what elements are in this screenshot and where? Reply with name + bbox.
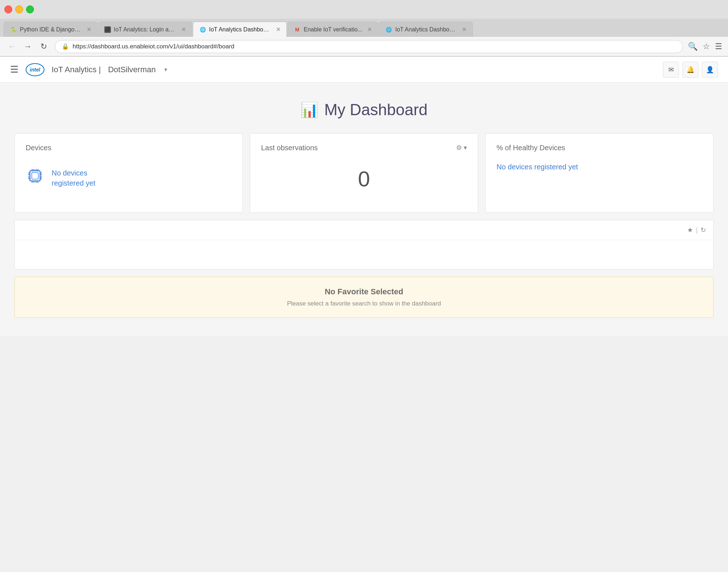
widget-header-icons[interactable]: ★ | ↻ — [687, 226, 706, 234]
last-observations-widget: Last observations ⚙ ▾ 0 — [250, 133, 478, 213]
user-profile-button[interactable]: 👤 — [702, 62, 718, 78]
wide-widget-header: ★ | ↻ — [15, 220, 713, 240]
tab-favicon-3: 🌐 — [199, 26, 206, 33]
tab-close-2[interactable]: ✕ — [181, 26, 186, 33]
devices-content: No devicesregistered yet — [26, 159, 231, 196]
devices-widget-title: Devices — [26, 144, 231, 152]
favorite-subtitle: Please select a favorite search to show … — [22, 300, 706, 307]
wide-widget-body — [15, 240, 713, 269]
bell-icon: 🔔 — [686, 66, 694, 74]
tab-label-5: IoT Analytics Dashboa... — [395, 26, 457, 33]
intel-logo-text: intel — [30, 67, 40, 73]
svg-rect-0 — [30, 171, 40, 181]
tab-iot-dashboard-1[interactable]: 🌐 IoT Analytics Dashboa... ✕ — [193, 22, 287, 37]
lock-icon: 🔒 — [62, 43, 69, 50]
dashboard-title-text: My Dashboard — [324, 101, 428, 119]
separator: | — [696, 226, 698, 234]
header-actions: ✉ 🔔 👤 — [663, 62, 718, 78]
tab-close-1[interactable]: ✕ — [87, 26, 91, 33]
tab-favicon-1: 🐍 — [10, 26, 17, 33]
tab-favicon-4: M — [294, 26, 301, 33]
intel-logo: intel — [26, 63, 44, 76]
healthy-devices-content: No devices registered yet — [497, 159, 702, 175]
address-text: https://dashboard.us.enableiot.com/v1/ui… — [73, 43, 234, 50]
tab-gmail[interactable]: M Enable IoT verificatio... ✕ — [287, 22, 378, 37]
tabs-bar: 🐍 Python IDE & Django I... ✕ ⬛ IoT Analy… — [0, 19, 728, 37]
app-title: IoT Analytics | — [52, 65, 101, 74]
hamburger-menu[interactable]: ☰ — [10, 64, 18, 75]
healthy-devices-link[interactable]: No devices registered yet — [497, 163, 578, 171]
tab-favicon-5: 🌐 — [385, 26, 392, 33]
dashboard-title: 📊 My Dashboard — [300, 101, 428, 119]
traffic-lights — [4, 5, 34, 13]
back-button[interactable]: ← — [6, 40, 18, 53]
tab-label-1: Python IDE & Django I... — [20, 26, 82, 33]
devices-widget: Devices — [14, 133, 243, 213]
refresh-button[interactable]: ↻ — [38, 40, 50, 53]
tab-python-ide[interactable]: 🐍 Python IDE & Django I... ✕ — [4, 22, 98, 37]
tab-close-3[interactable]: ✕ — [276, 26, 281, 33]
healthy-devices-widget: % of Healthy Devices No devices register… — [485, 133, 714, 213]
dashboard-title-row: 📊 My Dashboard — [14, 101, 714, 119]
last-observations-title: Last observations — [261, 144, 318, 152]
no-devices-text: No devicesregistered yet — [52, 168, 95, 188]
app-header: ☰ intel IoT Analytics | DotSilverman ▾ ✉… — [0, 57, 728, 83]
message-button[interactable]: ✉ — [663, 62, 679, 78]
tab-label-2: IoT Analytics: Login an... — [114, 26, 176, 33]
favorite-title: No Favorite Selected — [22, 287, 706, 296]
bookmark-icon[interactable]: ☆ — [703, 42, 710, 51]
nav-buttons: ← → ↻ — [6, 40, 50, 53]
tab-close-4[interactable]: ✕ — [367, 26, 372, 33]
browser-actions: 🔍 ☆ ☰ — [688, 42, 722, 51]
close-button[interactable] — [4, 5, 12, 13]
title-bar — [0, 0, 728, 19]
main-content: 📊 My Dashboard Devices — [0, 83, 728, 336]
menu-icon[interactable]: ☰ — [715, 42, 722, 51]
favorite-section: No Favorite Selected Please select a fav… — [14, 277, 714, 318]
observations-value: 0 — [261, 159, 467, 199]
tab-favicon-2: ⬛ — [104, 26, 111, 33]
user-name[interactable]: DotSilverman — [108, 65, 156, 74]
svg-rect-1 — [32, 173, 38, 179]
tab-iot-dashboard-2[interactable]: 🌐 IoT Analytics Dashboa... ✕ — [379, 22, 473, 37]
tab-label-3: IoT Analytics Dashboa... — [209, 26, 271, 33]
minimize-button[interactable] — [15, 5, 23, 13]
notification-button[interactable]: 🔔 — [682, 62, 698, 78]
tab-close-5[interactable]: ✕ — [462, 26, 467, 33]
last-observations-header: Last observations ⚙ ▾ — [261, 144, 467, 159]
message-icon: ✉ — [668, 66, 674, 74]
address-bar: ← → ↻ 🔒 https://dashboard.us.enableiot.c… — [0, 37, 728, 56]
user-icon: 👤 — [706, 66, 714, 74]
widget-row: Devices — [14, 133, 714, 213]
settings-icon[interactable]: ⚙ ▾ — [456, 144, 467, 152]
address-input[interactable]: 🔒 https://dashboard.us.enableiot.com/v1/… — [55, 40, 683, 53]
browser-chrome: 🐍 Python IDE & Django I... ✕ ⬛ IoT Analy… — [0, 0, 728, 57]
star-icon[interactable]: ★ — [687, 226, 693, 234]
refresh-chart-icon[interactable]: ↻ — [701, 226, 706, 234]
search-icon[interactable]: 🔍 — [688, 42, 698, 51]
tab-label-4: Enable IoT verificatio... — [304, 26, 362, 33]
chart-bar-icon: 📊 — [300, 101, 318, 118]
tab-iot-login[interactable]: ⬛ IoT Analytics: Login an... ✕ — [98, 22, 192, 37]
maximize-button[interactable] — [26, 5, 34, 13]
healthy-devices-title: % of Healthy Devices — [497, 144, 702, 152]
dropdown-arrow[interactable]: ▾ — [164, 66, 167, 73]
forward-button[interactable]: → — [22, 40, 34, 53]
wide-chart-panel: ★ | ↻ — [14, 220, 714, 269]
chip-icon — [26, 166, 44, 189]
